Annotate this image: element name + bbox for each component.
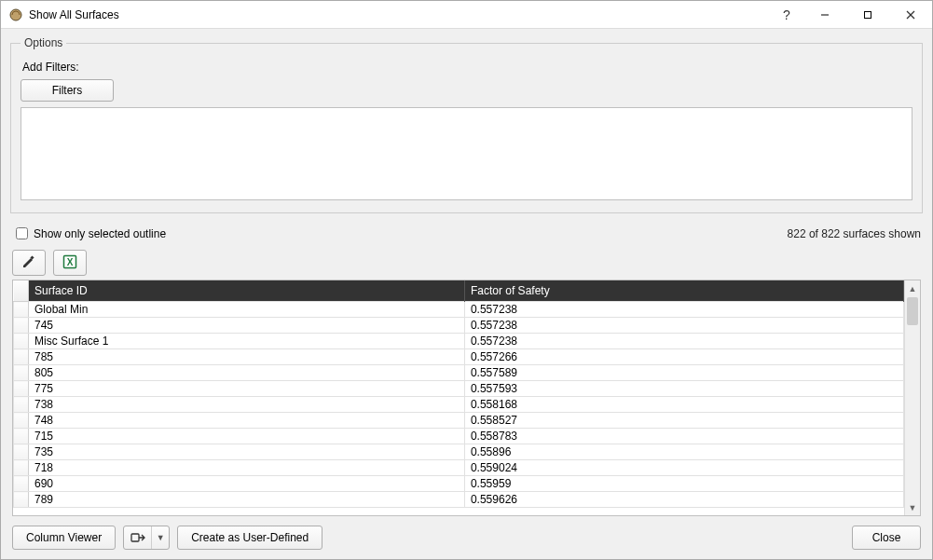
titlebar: Show All Surfaces ? [1,1,932,29]
table-row[interactable]: 7180.559024 [14,460,904,476]
row-header[interactable] [14,381,29,397]
cell-surface-id[interactable]: 690 [29,476,465,492]
filters-button[interactable]: Filters [21,79,114,102]
cell-fos[interactable]: 0.557266 [464,349,903,365]
excel-icon: X [62,254,77,272]
table-row[interactable]: 7750.557593 [14,381,904,397]
pencil-icon [21,254,36,272]
row-header[interactable] [14,413,29,429]
row-header[interactable] [14,334,29,349]
close-window-button[interactable] [889,1,932,28]
cell-fos[interactable]: 0.558168 [464,397,903,413]
help-button[interactable]: ? [770,1,803,28]
table-row[interactable]: Global Min0.557238 [14,302,904,318]
cell-surface-id[interactable]: 775 [29,381,465,397]
surfaces-count-status: 822 of 822 surfaces shown [788,227,921,240]
create-user-defined-button[interactable]: Create as User-Defined [177,526,322,550]
cell-fos[interactable]: 0.558783 [464,429,903,444]
cell-fos[interactable]: 0.557238 [464,334,903,349]
show-outline-checkbox[interactable] [16,227,28,239]
row-header[interactable] [14,349,29,365]
options-legend: Options [21,36,66,49]
cell-fos[interactable]: 0.557593 [464,381,903,397]
cell-fos[interactable]: 0.557238 [464,318,903,334]
table-row[interactable]: 7850.557266 [14,349,904,365]
cell-surface-id[interactable]: 715 [29,429,465,444]
table-row[interactable]: 7450.557238 [14,318,904,334]
row-header[interactable] [14,302,29,318]
scroll-down-arrow[interactable]: ▼ [905,499,920,515]
surfaces-table-container: Surface ID Factor of Safety Global Min0.… [12,280,921,516]
row-header[interactable] [14,318,29,334]
cell-fos[interactable]: 0.55896 [464,444,903,460]
filters-textbox[interactable] [21,107,912,200]
app-icon [8,7,23,22]
export-split-button[interactable]: ▼ [123,526,170,550]
table-row[interactable]: Misc Surface 10.557238 [14,334,904,349]
dialog-footer: Column Viewer ▼ Create as User-Defined C… [10,526,923,550]
svg-text:X: X [67,257,74,267]
maximize-button[interactable] [846,1,889,28]
column-header-surface-id[interactable]: Surface ID [29,280,465,302]
svg-rect-2 [865,11,871,18]
row-header[interactable] [14,476,29,492]
row-header[interactable] [14,444,29,460]
svg-rect-8 [131,534,139,541]
surfaces-table[interactable]: Surface ID Factor of Safety Global Min0.… [13,280,904,508]
cell-fos[interactable]: 0.559024 [464,460,903,476]
cell-fos[interactable]: 0.559626 [464,492,903,508]
vertical-scrollbar[interactable]: ▲ ▼ [904,280,920,515]
cell-fos[interactable]: 0.55959 [464,476,903,492]
export-excel-button[interactable]: X [53,250,87,276]
cell-surface-id[interactable]: Global Min [29,302,465,318]
scroll-thumb[interactable] [907,297,918,325]
cell-surface-id[interactable]: 805 [29,365,465,381]
cell-fos[interactable]: 0.558527 [464,413,903,429]
table-row[interactable]: 7890.559626 [14,492,904,508]
window-buttons [803,1,932,28]
cell-surface-id[interactable]: 785 [29,349,465,365]
cell-surface-id[interactable]: 745 [29,318,465,334]
table-row[interactable]: 8050.557589 [14,365,904,381]
table-row[interactable]: 7150.558783 [14,429,904,444]
column-viewer-button[interactable]: Column Viewer [12,526,116,550]
table-corner[interactable] [14,280,29,302]
chevron-down-icon: ▼ [152,526,169,549]
export-icon [124,526,152,549]
cell-surface-id[interactable]: 789 [29,492,465,508]
cell-surface-id[interactable]: 738 [29,397,465,413]
cell-fos[interactable]: 0.557589 [464,365,903,381]
minimize-button[interactable] [803,1,846,28]
options-group: Options Add Filters: Filters [10,36,923,213]
table-row[interactable]: 6900.55959 [14,476,904,492]
table-row[interactable]: 7480.558527 [14,413,904,429]
add-filters-label: Add Filters: [22,61,912,74]
table-row[interactable]: 7350.55896 [14,444,904,460]
column-header-fos[interactable]: Factor of Safety [464,280,903,302]
cell-surface-id[interactable]: 748 [29,413,465,429]
table-toolbar: X [12,250,921,276]
cell-surface-id[interactable]: 735 [29,444,465,460]
row-header[interactable] [14,429,29,444]
edit-button[interactable] [12,250,46,276]
scroll-up-arrow[interactable]: ▲ [905,280,920,296]
row-header[interactable] [14,397,29,413]
row-header[interactable] [14,365,29,381]
show-outline-label[interactable]: Show only selected outline [34,227,166,240]
row-header[interactable] [14,460,29,476]
table-row[interactable]: 7380.558168 [14,397,904,413]
window-title: Show All Surfaces [29,8,119,21]
close-button[interactable]: Close [852,526,921,550]
row-header[interactable] [14,492,29,508]
cell-surface-id[interactable]: 718 [29,460,465,476]
cell-surface-id[interactable]: Misc Surface 1 [29,334,465,349]
cell-fos[interactable]: 0.557238 [464,302,903,318]
